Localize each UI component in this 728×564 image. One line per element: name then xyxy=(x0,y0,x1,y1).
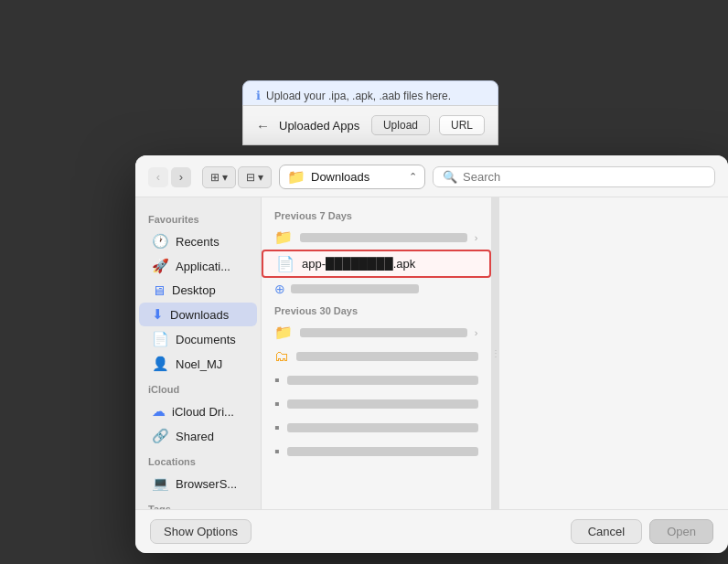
file-name xyxy=(287,376,478,385)
search-input[interactable] xyxy=(463,170,705,184)
grid-icon: ⊞ xyxy=(210,171,219,184)
shared-icon: 🔗 xyxy=(152,428,169,444)
nav-buttons: ‹ › xyxy=(148,167,191,187)
file-name xyxy=(300,233,467,242)
chevron-right-icon: › xyxy=(475,232,478,243)
dialog-actions: Cancel Open xyxy=(571,519,713,544)
list-item[interactable]: 📁 › xyxy=(262,320,491,345)
file-name-blur xyxy=(291,284,419,293)
content-area: Favourites 🕐 Recents 🚀 Applicati... 🖥 De… xyxy=(135,197,728,509)
folder-icon: 📁 xyxy=(274,324,293,341)
list-item-apk[interactable]: 📄 app-████████.apk xyxy=(262,250,491,278)
sidebar-item-shared[interactable]: 🔗 Shared xyxy=(139,424,257,448)
grid-chevron: ▾ xyxy=(222,171,228,184)
sidebar-item-desktop[interactable]: 🖥 Desktop xyxy=(139,279,257,302)
icloud-icon: ☁ xyxy=(152,403,166,420)
back-nav-button[interactable]: ‹ xyxy=(148,167,168,187)
favourites-label: Favourites xyxy=(135,207,261,229)
file-name xyxy=(287,399,478,409)
list-icon: ⊟ xyxy=(246,171,255,184)
recents-icon: 🕐 xyxy=(152,233,169,250)
search-icon: 🔍 xyxy=(443,170,457,184)
show-options-button[interactable]: Show Options xyxy=(150,519,252,544)
file-icon: ▪ xyxy=(274,372,280,388)
list-item[interactable]: ▪ xyxy=(262,416,491,440)
uploaded-apps-bar: ← Uploaded Apps Upload URL xyxy=(242,105,498,145)
sidebar-item-label: Documents xyxy=(176,333,236,346)
uploaded-apps-title: Uploaded Apps xyxy=(279,119,362,133)
file-icon: ⊕ xyxy=(274,282,285,296)
list-view-button[interactable]: ⊟ ▾ xyxy=(238,166,272,188)
file-icon: ▪ xyxy=(274,396,280,412)
file-icon: ▪ xyxy=(274,443,280,460)
list-item[interactable]: ▪ xyxy=(262,440,491,463)
cancel-button[interactable]: Cancel xyxy=(571,519,642,544)
file-name: app-████████.apk xyxy=(302,257,476,271)
icloud-label: iCloud xyxy=(135,377,261,399)
info-icon: ℹ xyxy=(256,89,261,102)
user-icon: 👤 xyxy=(152,356,169,372)
sidebar-item-browsers[interactable]: 💻 BrowserS... xyxy=(139,472,257,495)
list-chevron: ▾ xyxy=(258,171,263,184)
documents-icon: 📄 xyxy=(152,331,169,347)
back-arrow-icon[interactable]: ← xyxy=(256,118,270,133)
url-button[interactable]: URL xyxy=(439,115,485,135)
grid-view-button[interactable]: ⊞ ▾ xyxy=(202,166,236,188)
chevron-right-icon: › xyxy=(475,327,478,338)
apk-file-icon: 📄 xyxy=(276,255,294,272)
file-name xyxy=(300,328,467,337)
file-list: Previous 7 Days 📁 › 📄 app-████████.apk ⊕… xyxy=(262,197,492,509)
search-box[interactable]: 🔍 xyxy=(433,166,715,187)
sidebar-item-label: iCloud Dri... xyxy=(172,405,234,419)
sidebar-item-label: Applicati... xyxy=(176,260,230,273)
locations-label: Locations xyxy=(135,449,261,471)
sidebar-item-label: Downloads xyxy=(170,308,229,322)
open-button[interactable]: Open xyxy=(649,519,713,544)
file-picker-dialog: ‹ › ⊞ ▾ ⊟ ▾ 📁 Downloads ⌃ 🔍 Favourites xyxy=(135,155,728,553)
location-selector[interactable]: 📁 Downloads ⌃ xyxy=(279,165,425,189)
list-item[interactable]: ▪ xyxy=(262,392,491,416)
sidebar-item-label: BrowserS... xyxy=(176,477,237,491)
sidebar-item-noel[interactable]: 👤 Noel_MJ xyxy=(139,352,257,376)
applications-icon: 🚀 xyxy=(152,258,169,274)
list-item[interactable]: ▪ xyxy=(262,368,491,392)
file-icon: 🗂 xyxy=(274,348,289,365)
sidebar-item-downloads[interactable]: ⬇ Downloads xyxy=(139,303,257,326)
list-item[interactable]: ⊕ xyxy=(262,278,491,300)
file-icon: ▪ xyxy=(274,420,280,436)
file-name xyxy=(296,352,478,361)
folder-icon: 📁 xyxy=(287,168,305,186)
section-30days: Previous 30 Days xyxy=(262,300,491,320)
bottom-bar: Show Options Cancel Open xyxy=(135,509,728,553)
desktop-icon: 🖥 xyxy=(152,282,166,298)
sidebar-item-icloud-drive[interactable]: ☁ iCloud Dri... xyxy=(139,399,257,423)
tags-label: Tags xyxy=(135,496,261,509)
sidebar-item-documents[interactable]: 📄 Documents xyxy=(139,327,257,351)
upload-button[interactable]: Upload xyxy=(371,115,430,135)
section-7days: Previous 7 Days xyxy=(262,205,491,225)
forward-nav-button[interactable]: › xyxy=(171,167,191,187)
sidebar-item-label: Noel_MJ xyxy=(176,357,222,371)
list-item[interactable]: 🗂 xyxy=(262,345,491,368)
sidebar-item-label: Recents xyxy=(176,235,219,249)
upload-bar-text: Upload your .ipa, .apk, .aab files here. xyxy=(266,90,451,102)
view-toggle: ⊞ ▾ ⊟ ▾ xyxy=(202,166,272,188)
list-item[interactable]: 📁 › xyxy=(262,225,491,250)
sidebar-item-label: Desktop xyxy=(172,283,216,297)
folder-icon: 📁 xyxy=(274,229,293,246)
resize-handle[interactable]: ⋮ xyxy=(492,197,499,509)
file-name xyxy=(287,447,478,456)
downloads-icon: ⬇ xyxy=(152,306,164,323)
sidebar: Favourites 🕐 Recents 🚀 Applicati... 🖥 De… xyxy=(135,197,262,509)
location-name: Downloads xyxy=(311,170,403,184)
toolbar: ‹ › ⊞ ▾ ⊟ ▾ 📁 Downloads ⌃ 🔍 xyxy=(135,155,728,197)
location-chevron-icon: ⌃ xyxy=(409,171,417,183)
file-name xyxy=(287,423,478,432)
sidebar-item-label: Shared xyxy=(176,430,214,443)
sidebar-item-recents[interactable]: 🕐 Recents xyxy=(139,229,257,253)
right-panel-preview xyxy=(499,197,729,509)
sidebar-item-applications[interactable]: 🚀 Applicati... xyxy=(139,254,257,278)
browser-icon: 💻 xyxy=(152,475,169,492)
